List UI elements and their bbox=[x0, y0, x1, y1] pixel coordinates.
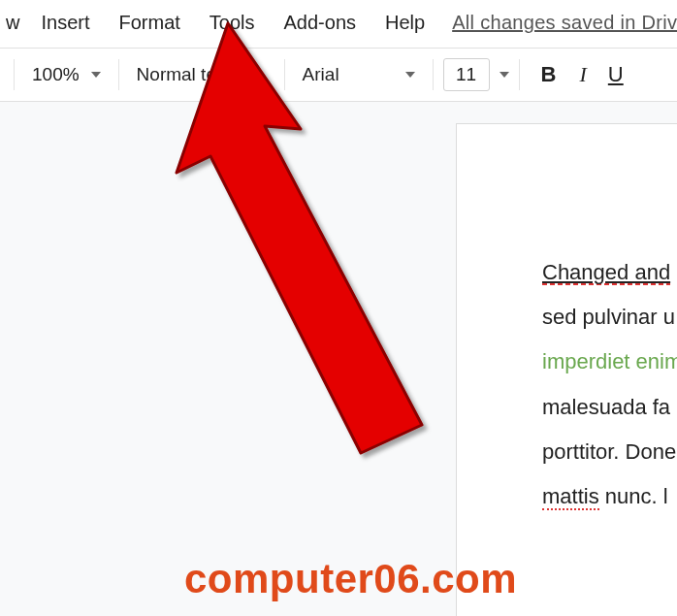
toolbar-separator bbox=[519, 59, 520, 90]
font-family-dropdown[interactable]: Arial bbox=[295, 60, 423, 89]
save-status[interactable]: All changes saved in Drive bbox=[442, 8, 677, 38]
chevron-down-icon bbox=[91, 72, 101, 78]
toolbar: 100% Normal text Arial 11 B I U bbox=[0, 48, 677, 102]
menu-view-partial[interactable]: w bbox=[4, 8, 25, 38]
toolbar-separator bbox=[284, 59, 285, 90]
menu-tools[interactable]: Tools bbox=[196, 8, 269, 38]
chevron-down-icon[interactable] bbox=[500, 72, 509, 78]
italic-button[interactable]: I bbox=[568, 58, 598, 91]
underline-button[interactable]: U bbox=[598, 58, 633, 91]
doc-line: malesuada fa bbox=[542, 385, 677, 430]
menu-help[interactable]: Help bbox=[371, 8, 438, 38]
toolbar-separator bbox=[14, 59, 15, 90]
menu-format[interactable]: Format bbox=[105, 8, 193, 38]
document-page[interactable]: Changed and sed pulvinar u imperdiet eni… bbox=[456, 123, 677, 616]
menu-bar: w Insert Format Tools Add-ons Help All c… bbox=[0, 0, 677, 48]
watermark-text: computer06.com bbox=[184, 556, 517, 602]
paragraph-style-value: Normal text bbox=[137, 64, 231, 85]
doc-line: mattis nunc. l bbox=[542, 474, 677, 519]
menu-insert[interactable]: Insert bbox=[27, 8, 103, 38]
font-size-input[interactable]: 11 bbox=[443, 58, 490, 91]
font-family-value: Arial bbox=[303, 64, 339, 85]
document-canvas: Changed and sed pulvinar u imperdiet eni… bbox=[0, 102, 677, 616]
zoom-value: 100% bbox=[32, 64, 80, 85]
doc-line-tracked-change: imperdiet enim bbox=[542, 340, 677, 384]
toolbar-separator bbox=[118, 59, 119, 90]
paragraph-style-dropdown[interactable]: Normal text bbox=[129, 60, 274, 89]
doc-heading: Changed and bbox=[542, 260, 670, 287]
doc-line: porttitor. Done bbox=[542, 430, 677, 474]
doc-word-spellerror: mattis bbox=[542, 484, 599, 510]
doc-line: sed pulvinar u bbox=[542, 295, 677, 340]
bold-button[interactable]: B bbox=[530, 58, 568, 91]
chevron-down-icon bbox=[405, 72, 415, 78]
font-size-value: 11 bbox=[444, 64, 489, 85]
zoom-dropdown[interactable]: 100% bbox=[24, 60, 109, 89]
toolbar-separator bbox=[433, 59, 434, 90]
menu-addons[interactable]: Add-ons bbox=[271, 8, 371, 38]
